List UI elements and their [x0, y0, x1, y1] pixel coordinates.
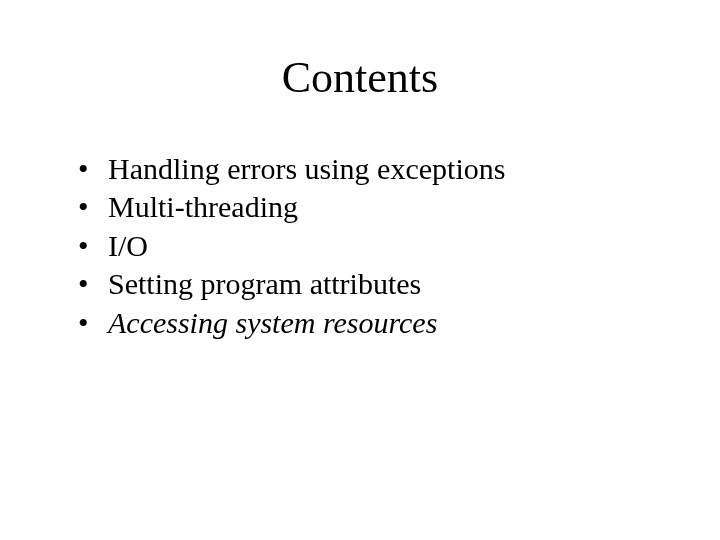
list-item: Handling errors using exceptions	[70, 150, 660, 188]
list-item: Setting program attributes	[70, 265, 660, 303]
slide-body: Handling errors using exceptions Multi-t…	[70, 150, 660, 342]
list-item-text: Accessing system resources	[108, 306, 437, 339]
list-item: Accessing system resources	[70, 304, 660, 342]
list-item-text: I/O	[108, 229, 148, 262]
list-item: I/O	[70, 227, 660, 265]
slide-title: Contents	[0, 52, 720, 103]
slide: Contents Handling errors using exception…	[0, 0, 720, 540]
list-item-text: Setting program attributes	[108, 267, 421, 300]
list-item: Multi-threading	[70, 188, 660, 226]
list-item-text: Multi-threading	[108, 190, 298, 223]
bullet-list: Handling errors using exceptions Multi-t…	[70, 150, 660, 342]
list-item-text: Handling errors using exceptions	[108, 152, 505, 185]
